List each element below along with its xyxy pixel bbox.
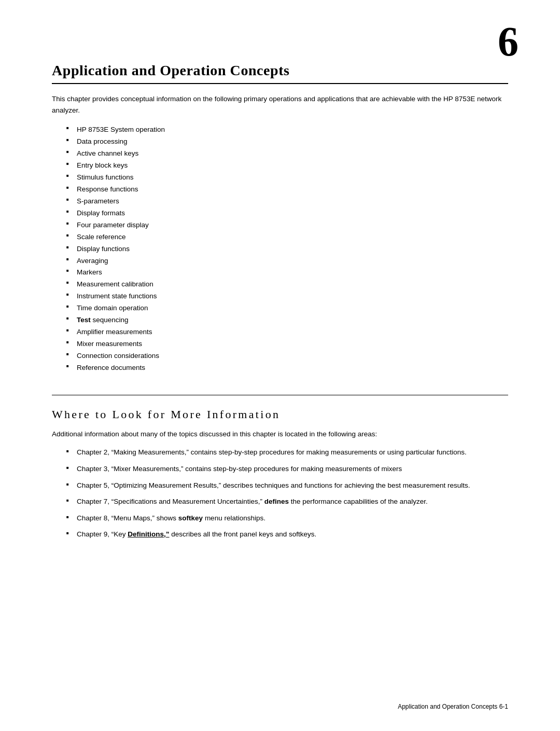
list-item-ch7: Chapter 7, “Specifications and Measureme… (67, 496, 508, 507)
section-divider (52, 395, 508, 395)
list-item: Mixer measurements (67, 338, 508, 350)
list-item: Chapter 3, “Mixer Measurements,” contain… (67, 463, 508, 475)
list-item-test: Test sequencing (67, 314, 508, 326)
list-item: Markers (67, 267, 508, 279)
list-item: Display functions (67, 243, 508, 255)
chapter-number: 6 (498, 21, 519, 62)
list-item: Display formats (67, 208, 508, 219)
list-item: Reference documents (67, 362, 508, 374)
chapter-title: Application and Operation Concepts (52, 62, 508, 79)
list-item: Four parameter display (67, 219, 508, 231)
section-title-where-to-look: Where to Look for More Information (52, 408, 508, 421)
list-item-ch9: Chapter 9, “Key Definitions,” describes … (67, 529, 508, 540)
list-item: Time domain operation (67, 302, 508, 314)
list-item-ch8: Chapter 8, “Menu Maps,” shows softkey me… (67, 513, 508, 524)
list-item: Scale reference (67, 231, 508, 243)
list-item: Entry block keys (67, 160, 508, 172)
sequencing-label: sequencing (91, 316, 129, 324)
list-item: Measurement calibration (67, 279, 508, 291)
list-item: Data processing (67, 136, 508, 148)
title-rule (52, 83, 508, 84)
list-item: Instrument state functions (67, 291, 508, 302)
list-item: HP 8753E System operation (67, 124, 508, 136)
where-to-look-intro: Additional information about many of the… (52, 429, 508, 440)
list-item: Averaging (67, 255, 508, 267)
list-item: Chapter 5, “Optimizing Measurement Resul… (67, 480, 508, 491)
list-item: S-parameters (67, 196, 508, 208)
list-item: Amplifier measurements (67, 326, 508, 338)
intro-paragraph: This chapter provides conceptual informa… (52, 93, 508, 116)
list-item: Stimulus functions (67, 172, 508, 184)
list-item: Active channel keys (67, 148, 508, 160)
list-item: Connection considerations (67, 350, 508, 362)
list-item: Chapter 2, “Making Measurements,” contai… (67, 447, 508, 458)
footer-text: Application and Operation Concepts 6-1 (398, 703, 508, 710)
list-item: Response functions (67, 184, 508, 196)
chapter-bullet-list: HP 8753E System operation Data processin… (67, 124, 508, 374)
page-container: 6 Application and Operation Concepts Thi… (0, 0, 560, 731)
page-footer: Application and Operation Concepts 6-1 (398, 703, 508, 710)
where-to-look-list: Chapter 2, “Making Measurements,” contai… (67, 447, 508, 540)
